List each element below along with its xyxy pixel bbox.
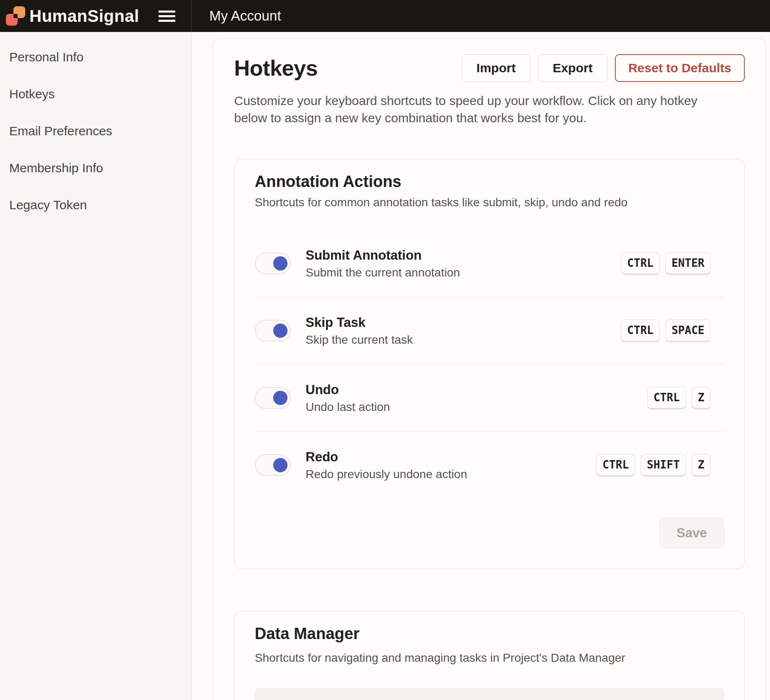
- main-content: Hotkeys Import Export Reset to Defaults …: [192, 32, 770, 700]
- toggle-knob: [273, 391, 287, 405]
- toggle-knob: [273, 458, 287, 472]
- keycap[interactable]: CTRL: [621, 252, 660, 275]
- annotation-actions-title: Annotation Actions: [255, 173, 724, 191]
- hotkeys-toolbar: Import Export Reset to Defaults: [462, 54, 745, 82]
- hotkey-description: Undo last action: [306, 400, 390, 414]
- hotkey-keys[interactable]: CTRL SPACE: [621, 319, 711, 342]
- hotkeys-panel: Hotkeys Import Export Reset to Defaults …: [213, 39, 766, 700]
- keycap[interactable]: CTRL: [596, 454, 635, 476]
- sidebar-item-personal-info[interactable]: Personal Info: [0, 39, 191, 76]
- undo-toggle[interactable]: [255, 387, 291, 409]
- hotkey-title: Redo: [306, 450, 467, 465]
- reset-to-defaults-button[interactable]: Reset to Defaults: [615, 54, 745, 82]
- hotkey-row-skip-task: Skip Task Skip the current task CTRL SPA…: [255, 297, 724, 364]
- hotkey-keys[interactable]: CTRL ENTER: [621, 252, 711, 275]
- hotkey-row-redo: Redo Redo previously undone action CTRL …: [255, 432, 724, 499]
- hotkey-rows: Submit Annotation Submit the current ann…: [255, 230, 724, 499]
- sidebar: Personal Info Hotkeys Email Preferences …: [0, 32, 192, 700]
- hotkey-title: Submit Annotation: [306, 248, 460, 263]
- toggle-knob: [273, 256, 287, 271]
- page-title: My Account: [209, 8, 281, 24]
- keycap[interactable]: Z: [691, 387, 711, 409]
- partially-visible-row: [255, 688, 724, 700]
- hotkey-title: Skip Task: [306, 315, 413, 330]
- hotkey-keys[interactable]: CTRL SHIFT Z: [596, 454, 711, 476]
- data-manager-title: Data Manager: [255, 625, 724, 643]
- hotkeys-heading: Hotkeys: [234, 55, 318, 81]
- data-manager-card: Data Manager Shortcuts for navigating an…: [234, 611, 745, 700]
- hotkey-title: Undo: [306, 382, 390, 397]
- sidebar-item-membership-info[interactable]: Membership Info: [0, 150, 191, 187]
- brand-logo-link[interactable]: HumanSignal: [6, 6, 139, 26]
- keycap[interactable]: CTRL: [621, 319, 660, 342]
- hotkey-description: Redo previously undone action: [306, 468, 467, 481]
- submit-annotation-toggle[interactable]: [255, 253, 291, 274]
- hotkey-keys[interactable]: CTRL Z: [647, 387, 711, 409]
- annotation-actions-card: Annotation Actions Shortcuts for common …: [234, 159, 745, 569]
- hotkey-row-text: Undo Undo last action: [306, 382, 390, 414]
- hotkey-row-text: Submit Annotation Submit the current ann…: [306, 248, 460, 279]
- app-body: Personal Info Hotkeys Email Preferences …: [0, 32, 770, 700]
- hotkey-row-submit-annotation: Submit Annotation Submit the current ann…: [255, 230, 724, 297]
- logo-overlap-square: [13, 14, 18, 18]
- topbar: HumanSignal My Account: [0, 0, 770, 32]
- data-manager-subtitle: Shortcuts for navigating and managing ta…: [255, 651, 724, 665]
- hotkeys-panel-header: Hotkeys Import Export Reset to Defaults: [234, 54, 745, 82]
- save-row: Save: [255, 518, 724, 548]
- menu-icon[interactable]: [158, 8, 175, 24]
- hotkey-row-text: Skip Task Skip the current task: [306, 315, 413, 347]
- import-button[interactable]: Import: [462, 54, 530, 82]
- hotkey-row-text: Redo Redo previously undone action: [306, 450, 467, 481]
- keycap[interactable]: SPACE: [665, 319, 711, 342]
- humansignal-logo-icon: [6, 6, 25, 26]
- hotkey-description: Skip the current task: [306, 333, 413, 347]
- keycap[interactable]: SHIFT: [641, 454, 686, 476]
- toggle-knob: [273, 324, 287, 338]
- annotation-actions-subtitle: Shortcuts for common annotation tasks li…: [255, 196, 724, 209]
- sidebar-item-email-preferences[interactable]: Email Preferences: [0, 113, 191, 150]
- redo-toggle[interactable]: [255, 454, 291, 476]
- skip-task-toggle[interactable]: [255, 320, 291, 342]
- keycap[interactable]: Z: [691, 454, 711, 476]
- export-button[interactable]: Export: [538, 54, 607, 82]
- hotkey-description: Submit the current annotation: [306, 266, 460, 279]
- keycap[interactable]: ENTER: [665, 252, 711, 275]
- hotkey-row-undo: Undo Undo last action CTRL Z: [255, 365, 724, 432]
- save-button[interactable]: Save: [659, 518, 724, 548]
- brand-name: HumanSignal: [29, 7, 139, 26]
- sidebar-item-hotkeys[interactable]: Hotkeys: [0, 76, 191, 113]
- topbar-brand-section: HumanSignal: [0, 0, 192, 32]
- sidebar-item-legacy-token[interactable]: Legacy Token: [0, 187, 191, 224]
- keycap[interactable]: CTRL: [647, 387, 686, 409]
- hotkeys-description: Customize your keyboard shortcuts to spe…: [234, 92, 705, 127]
